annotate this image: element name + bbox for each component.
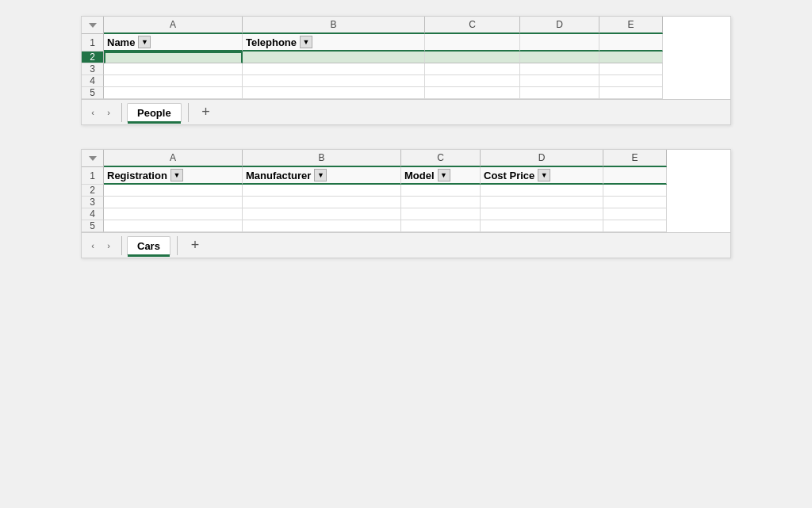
top-cell-2a[interactable] <box>104 52 243 63</box>
bottom-add-sheet-button[interactable]: + <box>186 236 205 255</box>
bottom-cell-4c[interactable] <box>401 208 481 220</box>
top-add-sheet-button[interactable]: + <box>197 103 216 122</box>
top-col-header-c: C <box>425 17 520 34</box>
top-col-name-label: Name <box>107 36 135 48</box>
top-cell-5c[interactable] <box>425 87 520 99</box>
bottom-data-row-5: 5 <box>82 220 730 232</box>
bottom-filter-cell-e <box>603 167 667 185</box>
bottom-cell-2a[interactable] <box>104 185 243 197</box>
bottom-cell-4e[interactable] <box>603 208 667 220</box>
top-filter-cell-d <box>520 34 599 52</box>
bottom-cell-2d[interactable] <box>481 185 603 197</box>
bottom-cell-3b[interactable] <box>243 197 401 208</box>
bottom-cell-4a[interactable] <box>104 208 243 220</box>
bottom-data-row-2: 2 <box>82 185 730 197</box>
top-cell-3a[interactable] <box>104 63 243 75</box>
bottom-row-num-5: 5 <box>82 220 104 232</box>
bottom-cell-2e[interactable] <box>603 185 667 197</box>
top-cell-4a[interactable] <box>104 75 243 87</box>
bottom-header-row: A B C D E <box>82 150 730 167</box>
top-col-header-b: B <box>243 17 425 34</box>
top-filter-cell-telephone: Telephone ▼ <box>243 34 425 52</box>
top-nav-prev[interactable]: ‹ <box>85 103 101 122</box>
top-data-row-3: 3 <box>82 63 730 75</box>
top-cell-2d[interactable] <box>520 52 599 63</box>
top-sheet-tab-label: People <box>137 107 171 119</box>
bottom-row-num-3: 3 <box>82 197 104 208</box>
bottom-spreadsheet: A B C D E 1 Registration ▼ Manufacturer … <box>81 149 731 258</box>
top-cell-3c[interactable] <box>425 63 520 75</box>
top-nav-next[interactable]: › <box>101 103 117 122</box>
top-row-num-1: 1 <box>82 34 104 52</box>
bottom-cell-2b[interactable] <box>243 185 401 197</box>
bottom-cell-5b[interactable] <box>243 220 401 232</box>
bottom-cell-5a[interactable] <box>104 220 243 232</box>
bottom-filter-btn-registration[interactable]: ▼ <box>170 169 183 181</box>
bottom-nav-next[interactable]: › <box>101 236 117 255</box>
top-tab-divider <box>121 103 122 122</box>
top-col-header-d: D <box>520 17 599 34</box>
top-cell-5e[interactable] <box>599 87 663 99</box>
top-row-num-4: 4 <box>82 75 104 87</box>
bottom-filter-cell-registration: Registration ▼ <box>104 167 243 185</box>
top-cell-5a[interactable] <box>104 87 243 99</box>
top-filter-cell-name: Name ▼ <box>104 34 243 52</box>
top-row-num-5: 5 <box>82 87 104 99</box>
bottom-cell-3c[interactable] <box>401 197 481 208</box>
top-corner-cell <box>82 17 104 34</box>
bottom-filter-cell-model: Model ▼ <box>401 167 481 185</box>
bottom-data-row-4: 4 <box>82 208 730 220</box>
top-filter-row: 1 Name ▼ Telephone ▼ <box>82 34 730 52</box>
bottom-tabs-bar: ‹ › Cars + <box>82 232 730 258</box>
top-filter-cell-c <box>425 34 520 52</box>
bottom-sort-triangle-icon <box>89 156 97 161</box>
top-cell-5b[interactable] <box>243 87 425 99</box>
bottom-corner-cell <box>82 150 104 167</box>
top-cell-2b[interactable] <box>243 52 425 63</box>
bottom-col-header-a: A <box>104 150 243 167</box>
bottom-filter-btn-manufacturer[interactable]: ▼ <box>314 169 327 181</box>
top-col-header-e: E <box>599 17 663 34</box>
bottom-col-header-e: E <box>603 150 667 167</box>
bottom-cell-3a[interactable] <box>104 197 243 208</box>
top-cell-4d[interactable] <box>520 75 599 87</box>
top-sheet-tab-people[interactable]: People <box>127 103 182 122</box>
top-cell-3d[interactable] <box>520 63 599 75</box>
bottom-cell-3e[interactable] <box>603 197 667 208</box>
bottom-col-costprice-label: Cost Price <box>484 170 534 181</box>
top-cell-3e[interactable] <box>599 63 663 75</box>
top-cell-3b[interactable] <box>243 63 425 75</box>
bottom-filter-btn-model[interactable]: ▼ <box>438 169 450 181</box>
bottom-tab-divider2 <box>177 236 178 255</box>
bottom-cell-4b[interactable] <box>243 208 401 220</box>
bottom-cell-5e[interactable] <box>603 220 667 232</box>
bottom-sheet-tab-label: Cars <box>137 240 160 252</box>
sort-triangle-icon <box>89 23 97 28</box>
top-filter-cell-e <box>599 34 663 52</box>
bottom-filter-cell-manufacturer: Manufacturer ▼ <box>243 167 401 185</box>
bottom-cell-5c[interactable] <box>401 220 481 232</box>
bottom-sheet-tab-cars[interactable]: Cars <box>127 236 170 255</box>
top-row-num-2: 2 <box>82 52 104 63</box>
bottom-cell-2c[interactable] <box>401 185 481 197</box>
bottom-nav-prev[interactable]: ‹ <box>85 236 101 255</box>
bottom-row-num-1: 1 <box>82 167 104 185</box>
top-cell-4b[interactable] <box>243 75 425 87</box>
top-cell-4e[interactable] <box>599 75 663 87</box>
bottom-row-num-2: 2 <box>82 185 104 197</box>
top-cell-4c[interactable] <box>425 75 520 87</box>
top-data-row-4: 4 <box>82 75 730 87</box>
top-filter-btn-telephone[interactable]: ▼ <box>300 36 312 48</box>
top-cell-2e[interactable] <box>599 52 663 63</box>
top-tab-divider2 <box>188 103 189 122</box>
top-cell-2c[interactable] <box>425 52 520 63</box>
bottom-cell-3d[interactable] <box>481 197 603 208</box>
bottom-tab-divider <box>121 236 122 255</box>
bottom-cell-5d[interactable] <box>481 220 603 232</box>
bottom-filter-btn-costprice[interactable]: ▼ <box>538 169 550 181</box>
bottom-grid: A B C D E 1 Registration ▼ Manufacturer … <box>82 150 730 232</box>
top-cell-5d[interactable] <box>520 87 599 99</box>
top-data-row-2: 2 <box>82 52 730 63</box>
top-filter-btn-name[interactable]: ▼ <box>138 36 151 48</box>
bottom-cell-4d[interactable] <box>481 208 603 220</box>
